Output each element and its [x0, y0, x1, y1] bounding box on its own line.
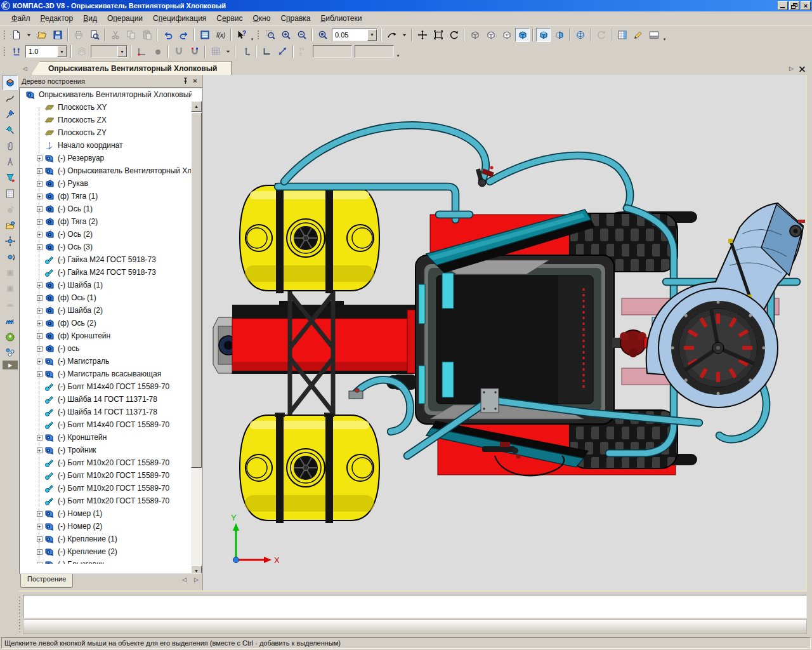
properties-panel-button[interactable]	[646, 28, 661, 42]
expand-toggle[interactable]: +	[37, 321, 43, 326]
toolbar-grip[interactable]	[3, 46, 6, 57]
half-section-button[interactable]	[552, 28, 566, 42]
rotate-component-button[interactable]	[3, 249, 18, 265]
current-step-button[interactable]	[9, 44, 23, 58]
variables-button[interactable]: f(x)	[213, 28, 228, 42]
model-viewport[interactable]: .pipeo{stroke:#0a3a46;stroke-width:12.5;…	[203, 75, 806, 590]
scroll-up-icon[interactable]: ▲	[191, 101, 202, 112]
tab-construction[interactable]: Построение	[20, 574, 73, 588]
tree-vertical-scrollbar[interactable]: ▲ ▼	[191, 101, 202, 574]
expand-toggle[interactable]: +	[37, 308, 43, 314]
panel-expand-icon[interactable]: ▶	[3, 361, 18, 369]
expand-toggle[interactable]: +	[37, 219, 43, 225]
hidden-lines-button[interactable]	[483, 28, 498, 42]
layout-grid-button[interactable]	[615, 28, 629, 42]
tree-tab-right-icon[interactable]: ▷	[191, 574, 202, 585]
tree-item[interactable]: Плоскость ZY	[20, 126, 192, 139]
toolbar-grip[interactable]	[3, 29, 6, 41]
filter-button[interactable]	[3, 170, 18, 185]
tab-scroll-left-button[interactable]: ◁	[20, 63, 30, 74]
tree-item[interactable]: +(-) Тройник	[20, 444, 192, 456]
tree-item[interactable]: +(-) Брызговик	[20, 558, 192, 564]
rotate-view-button[interactable]	[384, 28, 399, 42]
tree-item[interactable]: (-) Гайка М24 ГОСТ 5918-73	[20, 253, 192, 266]
expand-toggle[interactable]: +	[37, 536, 43, 542]
expand-toggle[interactable]: +	[37, 524, 43, 529]
tree-item[interactable]: +(ф) Ось (2)	[20, 317, 192, 329]
expand-toggle[interactable]: +	[37, 244, 43, 250]
menu-4[interactable]: Операции	[102, 12, 148, 25]
tree-item[interactable]: Опрыскиватель Вентиляторный Хлопковый	[20, 88, 192, 101]
tree-item[interactable]: +(-) Опрыскиватель Вентиляторный Хлопкс	[20, 164, 192, 177]
local-axes-button[interactable]	[239, 44, 253, 58]
tree-item[interactable]: +(ф) Тяга (2)	[20, 215, 192, 228]
move-component-button[interactable]	[3, 234, 18, 249]
print-preview-button[interactable]	[87, 28, 102, 42]
tab-scroll-right-button[interactable]: ▷	[786, 63, 797, 74]
close-button[interactable]: ×	[801, 1, 811, 10]
pin-icon[interactable]	[181, 77, 190, 86]
expand-toggle[interactable]: +	[37, 168, 43, 174]
rotate-view-dropdown[interactable]	[400, 28, 409, 42]
grid-dropdown[interactable]	[224, 44, 232, 58]
rotate-button[interactable]	[447, 28, 461, 42]
zoom-selected-button[interactable]	[315, 28, 330, 42]
expand-toggle[interactable]: +	[37, 206, 43, 212]
library-manager-button[interactable]	[3, 329, 18, 344]
tree-item[interactable]: +(-) Крепление (2)	[20, 545, 192, 558]
zoom-scale-combo[interactable]: 0.05▼	[332, 29, 377, 41]
zoom-by-frame-button[interactable]	[263, 28, 277, 42]
tree-item[interactable]: +(-) Резервуар	[20, 152, 192, 164]
tree-item[interactable]: +(-) Кронштейн	[20, 431, 192, 444]
menu-1[interactable]: Файл	[6, 12, 36, 25]
step-combo[interactable]: 1.0▼	[25, 45, 67, 58]
tree-item[interactable]: +(-) Номер (2)	[20, 520, 192, 533]
toolbar-overflow-icon[interactable]: ▾	[249, 28, 255, 42]
tree-item[interactable]: +(-) ось	[20, 342, 192, 355]
model-bottom-tank[interactable]	[240, 413, 379, 523]
snap-setup-button[interactable]	[187, 44, 202, 58]
expand-toggle[interactable]: +	[37, 448, 43, 453]
hidden-lines-thin-button[interactable]	[499, 28, 514, 42]
tree-item[interactable]: (-) Болт М10х20 ГОСТ 15589-70	[20, 469, 192, 482]
menu-5[interactable]: Спецификация	[148, 12, 211, 25]
expand-toggle[interactable]: +	[37, 194, 43, 199]
expand-toggle[interactable]: +	[37, 359, 43, 364]
tree-item[interactable]: +(-) Шайба (2)	[20, 304, 192, 317]
shaded-button[interactable]	[515, 28, 530, 42]
local-cs-button[interactable]	[134, 44, 149, 58]
spline-tool-button[interactable]	[3, 91, 18, 106]
tree-item[interactable]: (-) Шайба 14 ГОСТ 11371-78	[20, 393, 192, 406]
tree-item[interactable]: +(ф) Тяга (1)	[20, 190, 192, 202]
tree-item[interactable]: +(ф) Ось (1)	[20, 291, 192, 304]
tree-item[interactable]: +(-) Шайба (1)	[20, 279, 192, 291]
redo-button[interactable]	[176, 28, 191, 42]
tree-item[interactable]: +(-) Крепление (1)	[20, 533, 192, 545]
vertical-scroll-thumb[interactable]	[191, 112, 202, 468]
tree-item[interactable]: +(-) Ось (2)	[20, 228, 192, 241]
assembly-feature-button[interactable]	[3, 313, 18, 328]
collections-button[interactable]	[3, 138, 18, 154]
corner-button[interactable]	[259, 44, 274, 58]
expand-toggle[interactable]: +	[37, 156, 43, 161]
wireframe-button[interactable]	[468, 28, 482, 42]
edit-model-button[interactable]	[3, 75, 18, 90]
measure-button[interactable]	[3, 154, 18, 169]
grid-button[interactable]	[208, 44, 223, 58]
toolbar-overflow-icon[interactable]: ▾	[395, 44, 401, 58]
tree-item[interactable]: (-) Шайба 14 ГОСТ 11371-78	[20, 406, 192, 418]
tree-item[interactable]: +(-) Ось (1)	[20, 202, 192, 215]
scroll-down-icon[interactable]: ▼	[191, 566, 202, 574]
pan-button[interactable]	[415, 28, 429, 42]
zoom-in-button[interactable]	[278, 28, 293, 42]
expand-toggle[interactable]: +	[37, 435, 43, 441]
menu-2[interactable]: Редактор	[36, 12, 79, 25]
model-top-tank[interactable]	[240, 183, 379, 293]
tree-item[interactable]: +(-) Рукав	[20, 177, 192, 190]
expand-toggle[interactable]: +	[37, 549, 43, 555]
tree-item[interactable]: +(-) Ось (3)	[20, 241, 192, 253]
tree-panel-close-icon[interactable]: ✕	[190, 77, 200, 86]
toolbar-overflow-icon[interactable]: ▾	[662, 28, 667, 42]
expand-toggle[interactable]: +	[37, 282, 43, 288]
spec-sheet-button[interactable]	[3, 186, 18, 201]
